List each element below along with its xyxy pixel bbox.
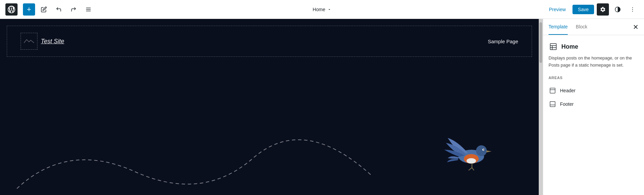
logo-placeholder-icon [24,38,34,45]
template-name: Home [561,43,578,50]
redo-button[interactable] [67,3,80,16]
tab-template[interactable]: Template [549,19,568,35]
svg-rect-2 [86,10,91,11]
undo-icon [56,6,62,13]
edit-button[interactable] [38,3,50,16]
panel-body: Home Displays posts on the homepage, or … [543,35,644,195]
template-description: Displays posts on the homepage, or on th… [549,55,639,69]
template-icon [549,42,558,51]
site-header: Test Site Sample Page [7,26,532,57]
canvas-scrollbar-thumb[interactable] [539,22,542,63]
canvas-scrollbar[interactable] [539,19,543,195]
more-options-icon [629,6,636,13]
save-button[interactable]: Save [572,5,594,14]
area-item-footer[interactable]: Footer [549,97,639,111]
header-area-icon [549,87,557,95]
edit-icon [41,6,47,13]
redo-icon [71,6,77,13]
panel-close-button[interactable]: ✕ [633,24,639,30]
settings-icon [600,6,606,13]
svg-point-12 [483,149,484,150]
tab-block[interactable]: Block [576,19,587,35]
svg-rect-20 [550,88,555,93]
right-panel: Template Block ✕ Home Displays posts on … [543,19,644,195]
footer-area-icon [549,100,557,108]
canvas-wrapper: Test Site Sample Page [0,19,543,195]
page-title-dropdown[interactable]: Home [313,7,331,12]
template-layout-icon [549,43,557,51]
undo-button[interactable] [53,3,65,16]
area-item-header[interactable]: Header [549,84,639,97]
wp-logo-icon [8,6,15,13]
wp-logo [5,3,18,16]
page-title-label: Home [313,7,325,12]
footer-icon [549,101,556,107]
svg-point-6 [632,11,633,11]
site-logo-area: Test Site [21,33,64,50]
list-view-icon [85,6,91,13]
main-area: Test Site Sample Page [0,19,644,195]
svg-point-4 [632,7,633,8]
site-nav: Sample Page [488,39,518,44]
add-block-button[interactable]: + [23,3,35,16]
area-footer-label: Footer [560,101,573,107]
svg-rect-16 [550,44,556,50]
canvas-content [0,64,539,192]
nav-item: Sample Page [488,39,518,44]
svg-rect-22 [550,101,555,106]
preview-button[interactable]: Preview [545,5,570,14]
toolbar: + Home Preview Save [0,0,644,19]
contrast-button[interactable] [612,3,624,16]
panel-tabs: Template Block ✕ [543,19,644,35]
svg-point-10 [476,145,487,156]
bird-svg [444,131,498,172]
svg-rect-1 [86,9,91,10]
more-options-button[interactable] [626,3,639,16]
list-view-button[interactable] [82,3,94,16]
canvas[interactable]: Test Site Sample Page [0,19,539,195]
site-name: Test Site [41,38,64,45]
svg-point-5 [632,9,633,9]
site-logo-placeholder [21,33,37,50]
svg-point-9 [467,158,476,164]
panel-template-title: Home [549,42,639,51]
svg-line-15 [472,168,474,170]
chevron-down-icon [327,7,331,11]
settings-button[interactable] [597,3,609,16]
svg-rect-0 [86,7,91,8]
toolbar-right: Preview Save [545,3,639,16]
svg-line-14 [469,168,472,170]
dashed-arc-svg [0,124,388,192]
area-header-label: Header [560,88,576,93]
areas-label: AREAS [549,76,639,80]
header-icon [549,87,556,94]
contrast-icon [615,6,621,13]
